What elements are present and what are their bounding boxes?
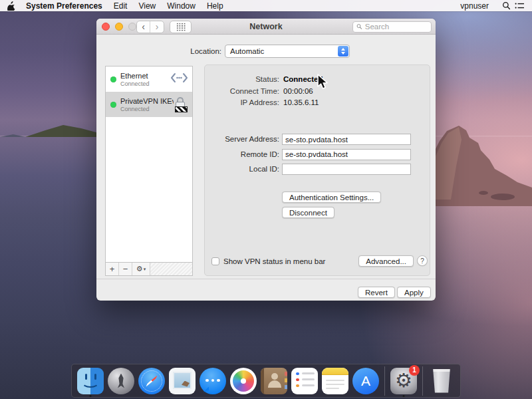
popup-stepper-icon bbox=[338, 46, 348, 57]
location-label: Location: bbox=[96, 45, 221, 58]
dock-finder-icon[interactable] bbox=[76, 366, 104, 396]
server-address-field[interactable] bbox=[282, 134, 411, 145]
dock: A ⚙ 1 bbox=[71, 364, 461, 398]
server-address-label: Server Address: bbox=[205, 135, 279, 143]
remove-service-button[interactable]: − bbox=[119, 263, 132, 275]
running-indicator bbox=[90, 395, 92, 397]
dock-mail-icon[interactable] bbox=[168, 366, 196, 396]
spotlight-search-icon[interactable] bbox=[502, 1, 511, 10]
authentication-settings-button[interactable]: Authentication Settings... bbox=[282, 192, 381, 203]
dock-separator bbox=[422, 366, 423, 396]
status-label: Status: bbox=[205, 75, 279, 83]
status-dot-green bbox=[110, 102, 116, 108]
menu-view[interactable]: View bbox=[138, 1, 156, 11]
dock-system-preferences-icon[interactable]: ⚙ 1 bbox=[390, 366, 418, 396]
vpn-lock-icon bbox=[174, 97, 188, 112]
search-icon bbox=[356, 23, 362, 30]
sidebar-item-privatevpn[interactable]: PrivateVPN IKEv2 Connected bbox=[106, 92, 192, 117]
network-preferences-window: ‹ › Network Location: Automatic bbox=[96, 19, 436, 301]
menu-username[interactable]: vpnuser bbox=[460, 1, 489, 11]
dock-launchpad-icon[interactable] bbox=[107, 366, 135, 396]
dock-notes-icon[interactable] bbox=[321, 366, 349, 396]
ethernet-icon bbox=[170, 72, 188, 86]
disconnect-button[interactable]: Disconnect bbox=[282, 207, 334, 218]
dock-safari-icon[interactable] bbox=[138, 366, 166, 396]
ip-address-value: 10.35.6.11 bbox=[283, 98, 319, 106]
menu-app-name[interactable]: System Preferences bbox=[26, 1, 102, 11]
remote-id-field[interactable] bbox=[282, 149, 411, 160]
location-popup[interactable]: Automatic bbox=[225, 45, 350, 58]
connect-time-value: 00:00:06 bbox=[283, 87, 313, 95]
remote-id-label: Remote ID: bbox=[205, 150, 279, 158]
add-service-button[interactable]: + bbox=[106, 263, 119, 275]
apply-button[interactable]: Apply bbox=[397, 287, 431, 298]
preferences-search-field[interactable] bbox=[352, 21, 432, 33]
dock-photos-icon[interactable] bbox=[229, 366, 257, 396]
show-vpn-status-label: Show VPN status in menu bar bbox=[223, 257, 325, 265]
status-dot-green bbox=[110, 76, 116, 82]
search-input[interactable] bbox=[365, 23, 428, 31]
advanced-button[interactable]: Advanced... bbox=[358, 255, 414, 267]
dock-separator bbox=[384, 366, 385, 396]
menu-help[interactable]: Help bbox=[207, 1, 223, 11]
ip-address-row: IP Address: 10.35.6.11 bbox=[205, 98, 430, 108]
running-indicator bbox=[403, 395, 405, 397]
chevron-down-icon: ▾ bbox=[144, 267, 146, 272]
dock-app-store-icon[interactable]: A bbox=[352, 366, 380, 396]
desktop: System Preferences Edit View Window Help… bbox=[0, 0, 532, 399]
local-id-label: Local ID: bbox=[205, 165, 279, 173]
sidebar-item-ethernet[interactable]: Ethernet Connected bbox=[106, 66, 192, 92]
service-name: Ethernet bbox=[120, 72, 170, 80]
gear-icon: ⚙ bbox=[136, 265, 143, 273]
apple-menu-icon[interactable] bbox=[7, 1, 16, 10]
connect-time-label: Connect Time: bbox=[205, 87, 279, 95]
dock-messages-icon[interactable] bbox=[199, 366, 227, 396]
notification-badge: 1 bbox=[409, 365, 420, 376]
menu-edit[interactable]: Edit bbox=[114, 1, 128, 11]
notification-center-icon[interactable] bbox=[515, 2, 525, 10]
location-value: Automatic bbox=[230, 47, 264, 55]
dock-contacts-icon[interactable] bbox=[260, 366, 288, 396]
window-titlebar[interactable]: ‹ › Network bbox=[96, 19, 436, 35]
footer-separator bbox=[96, 279, 436, 279]
local-id-field[interactable] bbox=[282, 164, 411, 175]
help-button[interactable]: ? bbox=[417, 255, 428, 266]
dock-reminders-icon[interactable] bbox=[291, 366, 319, 396]
menu-bar: System Preferences Edit View Window Help… bbox=[0, 0, 532, 11]
ip-address-label: IP Address: bbox=[205, 98, 279, 106]
dock-trash-icon[interactable] bbox=[428, 366, 456, 396]
vpn-detail-panel: Status: Connected Connect Time: 00:00:06… bbox=[204, 65, 430, 276]
revert-button[interactable]: Revert bbox=[358, 287, 395, 298]
service-action-button[interactable]: ⚙▾ bbox=[132, 263, 150, 275]
show-vpn-status-checkbox[interactable] bbox=[211, 257, 219, 265]
service-status: Connected bbox=[120, 106, 174, 112]
service-status: Connected bbox=[120, 80, 170, 87]
show-vpn-status-row: Show VPN status in menu bar bbox=[211, 257, 325, 265]
mouse-cursor bbox=[315, 74, 329, 92]
service-name: PrivateVPN IKEv2 bbox=[120, 97, 174, 105]
sidebar-toolbar: + − ⚙▾ bbox=[106, 262, 192, 275]
services-sidebar: Ethernet Connected PrivateVPN IKEv2 Conn… bbox=[105, 66, 193, 276]
menu-window[interactable]: Window bbox=[167, 1, 196, 11]
